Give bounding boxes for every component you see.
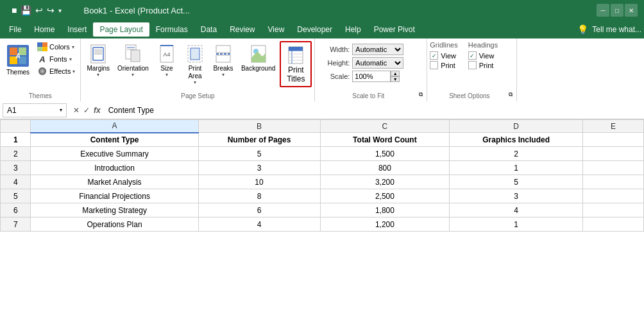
cell-c6[interactable]: 1,800 — [320, 203, 450, 217]
colors-button[interactable]: Colors ▾ — [35, 41, 78, 53]
cell-d3[interactable]: 1 — [450, 161, 583, 175]
scale-down-button[interactable]: ▼ — [391, 76, 400, 82]
cell-e5[interactable] — [583, 189, 644, 203]
row-7: 7 Operations Plan 4 1,200 1 — [1, 217, 644, 232]
margins-button[interactable]: Margins ▾ — [83, 41, 113, 80]
cell-d6[interactable]: 4 — [450, 203, 583, 217]
print-area-button[interactable]: Print Area ▾ — [182, 41, 208, 88]
menu-formulas[interactable]: Formulas — [149, 22, 194, 37]
close-button[interactable]: ✕ — [625, 4, 638, 17]
row-2: 2 Executive Summary 5 1,500 2 — [1, 147, 644, 161]
effects-button[interactable]: Effects ▾ — [35, 65, 78, 77]
menu-page-layout[interactable]: Page Layout — [93, 22, 149, 37]
width-label: Width: — [318, 46, 350, 53]
cell-e6[interactable] — [583, 203, 644, 217]
cell-d2[interactable]: 2 — [450, 147, 583, 161]
redo-icon[interactable]: ↪ — [47, 5, 55, 15]
cell-a1[interactable]: Content Type — [31, 133, 198, 147]
cell-b3[interactable]: 3 — [198, 161, 320, 175]
name-box-arrow[interactable]: ▾ — [60, 107, 62, 113]
cell-d1[interactable]: Graphics Included — [450, 133, 583, 147]
col-header-e[interactable]: E — [583, 120, 644, 133]
cell-c5[interactable]: 2,500 — [320, 189, 450, 203]
orientation-button[interactable]: Orientation ▾ — [114, 41, 152, 80]
scale-input[interactable] — [352, 71, 391, 82]
themes-button[interactable]: A Themes — [3, 41, 33, 78]
cell-a2[interactable]: Executive Summary — [31, 147, 198, 161]
width-select[interactable]: Automatic — [352, 44, 403, 55]
cell-b7[interactable]: 4 — [198, 217, 320, 232]
cell-b6[interactable]: 6 — [198, 203, 320, 217]
cell-b1[interactable]: Number of Pages — [198, 133, 320, 147]
cell-c3[interactable]: 800 — [320, 161, 450, 175]
scale-row: Scale: ▲ ▼ — [318, 71, 400, 82]
headings-print-label: Print — [479, 62, 494, 69]
cell-d4[interactable]: 5 — [450, 175, 583, 189]
row-num-6[interactable]: 6 — [1, 203, 31, 217]
minimize-button[interactable]: ─ — [597, 4, 609, 17]
gridlines-print-checkbox[interactable] — [430, 61, 438, 69]
sheet-opts-dialog-button[interactable]: ⧉ — [509, 91, 514, 100]
headings-view-checkbox[interactable] — [468, 51, 477, 60]
menu-view[interactable]: View — [262, 22, 291, 37]
height-select[interactable]: Automatic — [352, 57, 403, 69]
background-button[interactable]: Background — [238, 41, 278, 74]
row-num-5[interactable]: 5 — [1, 189, 31, 203]
maximize-button[interactable]: □ — [611, 4, 623, 17]
cell-b4[interactable]: 10 — [198, 175, 320, 189]
size-button[interactable]: A4 Size ▾ — [153, 41, 180, 80]
menu-file[interactable]: File — [3, 22, 28, 37]
insert-function-icon[interactable]: fx — [94, 106, 101, 115]
menu-power-pivot[interactable]: Power Pivot — [368, 22, 421, 37]
menu-data[interactable]: Data — [194, 22, 223, 37]
menu-insert[interactable]: Insert — [61, 22, 93, 37]
cell-a4[interactable]: Market Analysis — [31, 175, 198, 189]
tell-me-text[interactable]: Tell me what... — [592, 25, 641, 34]
print-titles-button[interactable]: Print Titles — [280, 41, 312, 87]
menu-review[interactable]: Review — [223, 22, 261, 37]
cell-b5[interactable]: 8 — [198, 189, 320, 203]
menu-home[interactable]: Home — [28, 22, 61, 37]
gridlines-print-row: Print — [430, 61, 457, 69]
breaks-button[interactable]: Breaks ▾ — [210, 41, 237, 80]
col-header-a[interactable]: A — [31, 120, 198, 133]
menu-help[interactable]: Help — [339, 22, 368, 37]
scale-dialog-button[interactable]: ⧉ — [419, 91, 424, 100]
sheet-opts-footer: Sheet Options ⧉ — [430, 90, 514, 101]
row-num-4[interactable]: 4 — [1, 175, 31, 189]
gridlines-view-checkbox[interactable] — [430, 51, 438, 60]
row-num-7[interactable]: 7 — [1, 217, 31, 232]
cancel-formula-icon[interactable]: ✕ — [73, 106, 80, 115]
row-num-3[interactable]: 3 — [1, 161, 31, 175]
cell-c4[interactable]: 3,200 — [320, 175, 450, 189]
customize-icon[interactable]: ▾ — [58, 7, 62, 14]
cell-a6[interactable]: Marketing Strategy — [31, 203, 198, 217]
cell-reference-box[interactable]: A1 ▾ — [3, 103, 67, 117]
cell-e7[interactable] — [583, 217, 644, 232]
col-header-d[interactable]: D — [450, 120, 583, 133]
cell-e3[interactable] — [583, 161, 644, 175]
cell-b2[interactable]: 5 — [198, 147, 320, 161]
cell-c7[interactable]: 1,200 — [320, 217, 450, 232]
row-num-2[interactable]: 2 — [1, 147, 31, 161]
cell-a5[interactable]: Financial Projections — [31, 189, 198, 203]
undo-icon[interactable]: ↩ — [35, 5, 43, 15]
fonts-button[interactable]: A Fonts ▾ — [35, 53, 78, 65]
cell-d7[interactable]: 1 — [450, 217, 583, 232]
scale-up-button[interactable]: ▲ — [391, 71, 400, 76]
cell-d5[interactable]: 3 — [450, 189, 583, 203]
row-num-1[interactable]: 1 — [1, 133, 31, 147]
col-header-c[interactable]: C — [320, 120, 450, 133]
cell-e1[interactable] — [583, 133, 644, 147]
cell-e4[interactable] — [583, 175, 644, 189]
cell-a3[interactable]: Introduction — [31, 161, 198, 175]
cell-e2[interactable] — [583, 147, 644, 161]
headings-print-checkbox[interactable] — [468, 61, 477, 69]
menu-developer[interactable]: Developer — [291, 22, 339, 37]
cell-a7[interactable]: Operations Plan — [31, 217, 198, 232]
cell-c2[interactable]: 1,500 — [320, 147, 450, 161]
cell-c1[interactable]: Total Word Count — [320, 133, 450, 147]
confirm-formula-icon[interactable]: ✓ — [83, 106, 90, 115]
save-icon[interactable]: 💾 — [21, 5, 31, 15]
col-header-b[interactable]: B — [198, 120, 320, 133]
